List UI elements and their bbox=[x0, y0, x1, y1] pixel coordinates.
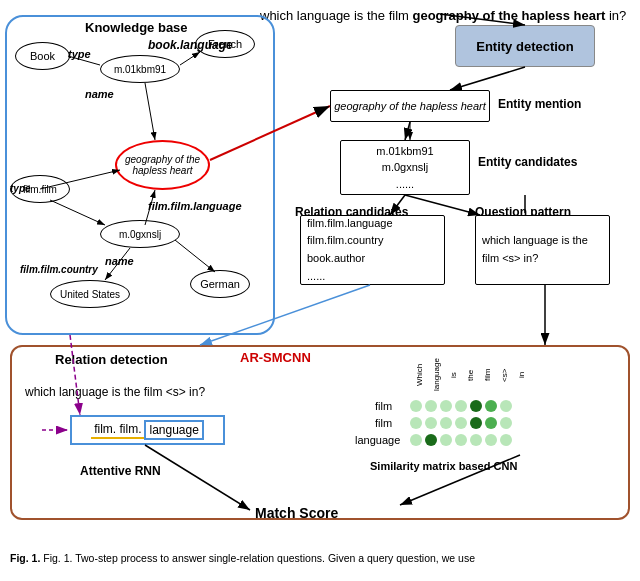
language-text: language bbox=[144, 420, 203, 440]
kb-label: Knowledge base bbox=[85, 20, 188, 35]
col-film: film bbox=[478, 350, 492, 400]
ar-smcnn-label: AR-SMCNN bbox=[240, 350, 311, 365]
m0gxnslj-node: m.0gxnslj bbox=[100, 220, 180, 248]
rel-candidate-dots: ...... bbox=[307, 268, 325, 286]
matrix-row-2 bbox=[410, 417, 512, 429]
col-language: language bbox=[427, 350, 441, 400]
dot-2-6 bbox=[485, 417, 497, 429]
col-s: <s> bbox=[495, 350, 509, 400]
relation-candidates-box: film.film.language film.film.country boo… bbox=[300, 215, 445, 285]
row-film-2: film bbox=[375, 417, 392, 429]
svg-line-8 bbox=[405, 195, 480, 215]
attentive-rnn-label: Attentive RNN bbox=[80, 464, 161, 478]
rel-candidate-1: film.film.language bbox=[307, 215, 393, 233]
type1-label: type bbox=[68, 48, 91, 60]
row-film-1: film bbox=[375, 400, 392, 412]
dot-2-3 bbox=[440, 417, 452, 429]
col-in: in bbox=[512, 350, 526, 400]
dot-1-4 bbox=[455, 400, 467, 412]
name2-label: name bbox=[105, 255, 134, 267]
svg-line-5 bbox=[405, 122, 410, 140]
col-the: the bbox=[461, 350, 475, 400]
question-end: in? bbox=[605, 8, 626, 23]
bold-text: geography of the hapless heart bbox=[412, 8, 605, 23]
us-node: United States bbox=[50, 280, 130, 308]
caption: Fig. 1. Fig. 1. Two-step process to answ… bbox=[10, 552, 475, 564]
film-film-country-label: film.film.country bbox=[20, 264, 98, 275]
film-film-language-label: film.film.language bbox=[148, 200, 242, 212]
relation-detection-label: Relation detection bbox=[55, 352, 168, 367]
matrix-row-1 bbox=[410, 400, 512, 412]
dot-1-1 bbox=[410, 400, 422, 412]
svg-line-4 bbox=[450, 67, 525, 90]
dot-1-6 bbox=[485, 400, 497, 412]
dot-3-7 bbox=[500, 434, 512, 446]
entity-mention-label: Entity mention bbox=[498, 97, 581, 111]
entity-candidates-label: Entity candidates bbox=[478, 155, 577, 169]
entity-candidate-dots: ...... bbox=[396, 176, 414, 193]
book-node: Book bbox=[15, 42, 70, 70]
matrix-headers: Which language is the film <s> in bbox=[410, 350, 526, 400]
dot-1-3 bbox=[440, 400, 452, 412]
dot-3-2 bbox=[425, 434, 437, 446]
dot-1-5 bbox=[470, 400, 482, 412]
match-score-label: Match Score bbox=[255, 505, 338, 521]
similarity-label: Similarity matrix based CNN bbox=[370, 460, 517, 472]
caption-text: Fig. 1. Two-step process to answer singl… bbox=[43, 552, 475, 564]
question-pattern-box: which language is the film <s> in? bbox=[475, 215, 610, 285]
book-language-label: book.language bbox=[148, 38, 233, 52]
entity-detection-box: Entity detection bbox=[455, 25, 595, 67]
german-node: German bbox=[190, 270, 250, 298]
dot-2-1 bbox=[410, 417, 422, 429]
dot-3-5 bbox=[470, 434, 482, 446]
rel-candidate-2: film.film.country bbox=[307, 232, 383, 250]
geography-node: geography of the hapless heart bbox=[115, 140, 210, 190]
caption-fig: Fig. 1. bbox=[10, 552, 40, 564]
m01kbm91-node: m.01kbm91 bbox=[100, 55, 180, 83]
matrix-row-3 bbox=[410, 434, 512, 446]
dot-1-7 bbox=[500, 400, 512, 412]
row-language: language bbox=[355, 434, 400, 446]
answer-text: film. film. bbox=[91, 421, 144, 439]
bottom-question: which language is the film <s> in? bbox=[25, 385, 205, 399]
entity-candidate-2: m.0gxnslj bbox=[382, 159, 428, 176]
dot-2-5 bbox=[470, 417, 482, 429]
dot-3-3 bbox=[440, 434, 452, 446]
diagram-container: which language is the film geography of … bbox=[0, 0, 640, 581]
col-which: Which bbox=[410, 350, 424, 400]
question-pattern-text: which language is the film <s> in? bbox=[482, 232, 603, 267]
dot-3-1 bbox=[410, 434, 422, 446]
dot-1-2 bbox=[425, 400, 437, 412]
entity-candidate-1: m.01kbm91 bbox=[376, 143, 433, 160]
dot-2-7 bbox=[500, 417, 512, 429]
rel-candidate-3: book.author bbox=[307, 250, 365, 268]
dot-2-4 bbox=[455, 417, 467, 429]
entity-mention-box: geography of the hapless heart bbox=[330, 90, 490, 122]
dot-3-4 bbox=[455, 434, 467, 446]
col-is: is bbox=[444, 350, 458, 400]
answer-box: film. film. language bbox=[70, 415, 225, 445]
dot-3-6 bbox=[485, 434, 497, 446]
name1-label: name bbox=[85, 88, 114, 100]
type2-label: type bbox=[10, 183, 31, 194]
entity-candidates-box: m.01kbm91 m.0gxnslj ...... bbox=[340, 140, 470, 195]
dot-2-2 bbox=[425, 417, 437, 429]
top-question: which language is the film geography of … bbox=[260, 8, 626, 23]
